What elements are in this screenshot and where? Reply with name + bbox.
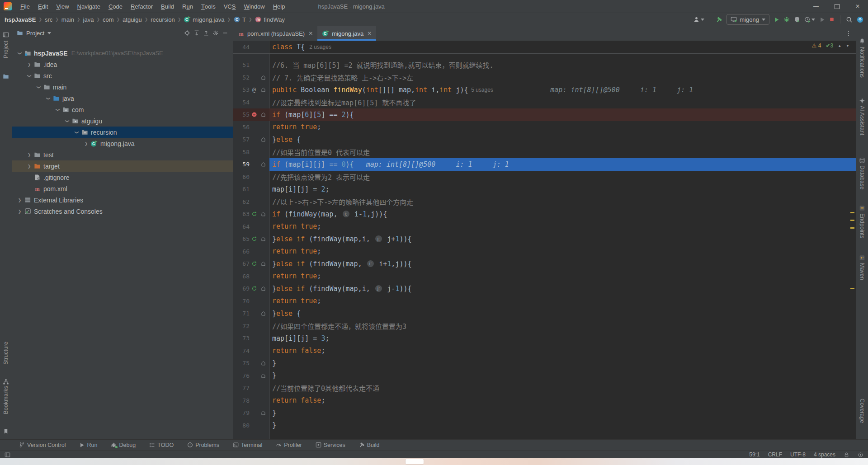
stripe-maven-button[interactable]: Maven (859, 263, 865, 280)
menu-help[interactable]: Help (269, 0, 289, 13)
code-line-75[interactable]: 75 } (233, 357, 856, 370)
tab-migongjava[interactable]: Cmigong.java✕ (317, 26, 376, 41)
notifications-bell-icon[interactable] (859, 38, 865, 44)
ai-assistant-icon[interactable] (859, 98, 865, 104)
stripe-bookmarks-button[interactable]: Bookmarks (3, 386, 9, 414)
fold-marker-icon[interactable] (261, 211, 266, 216)
status-indicator-icon[interactable] (858, 452, 863, 458)
code-text[interactable]: //以上->右->下->左的策略往其他四个方向走 (269, 196, 856, 208)
taskbar-app-button[interactable] (406, 459, 424, 464)
chevron-icon[interactable]: ❯ (75, 128, 79, 136)
expand-all-icon[interactable] (193, 30, 200, 36)
code-text[interactable]: return true; (269, 270, 856, 283)
fold-marker-icon[interactable] (261, 311, 266, 316)
sticky-line[interactable]: 44 class T{ 2 usages (233, 41, 856, 54)
line-number[interactable]: 72 (233, 323, 250, 329)
code-text[interactable]: return true; (269, 221, 856, 233)
menu-navigate[interactable]: Navigate (73, 0, 104, 13)
parameter-hint[interactable]: j: (375, 235, 382, 242)
recursive-call-icon[interactable] (251, 261, 257, 267)
tree-row-com[interactable]: ❯com (12, 104, 233, 115)
code-line-70[interactable]: 70 return true; (233, 295, 856, 308)
code-text[interactable]: }else if (findWay(map,i, j: j+1)){ (269, 233, 856, 245)
breadcrumb-item-hspJavaSE[interactable]: hspJavaSE (5, 16, 36, 23)
menu-window[interactable]: Window (240, 0, 269, 13)
warning-stripe-mark[interactable] (850, 227, 854, 229)
tab-close-icon[interactable]: ✕ (367, 30, 372, 37)
code-line-77[interactable]: 77 //当前位置除了0其他都代表走不通 (233, 382, 856, 395)
layout-icon[interactable] (5, 452, 10, 458)
structure-icon[interactable] (3, 379, 9, 385)
menu-run[interactable]: Run (178, 0, 197, 13)
menu-tools[interactable]: Tools (197, 0, 220, 13)
fold-marker-icon[interactable] (261, 112, 266, 117)
line-number[interactable]: 71 (233, 310, 250, 317)
code-line-74[interactable]: 74 return false; (233, 345, 856, 357)
line-number[interactable]: 80 (233, 422, 250, 429)
code-line-80[interactable]: 80 } (233, 419, 856, 432)
code-line-73[interactable]: 73 map[i][j] = 3; (233, 332, 856, 345)
code-text[interactable]: if (map[6][5] == 2){ (269, 108, 856, 121)
code-text[interactable]: //6. 当 map[6][5] =2 就说明找到通路,就可以结束，否则就继续找… (269, 59, 856, 71)
line-number[interactable]: 53 (233, 86, 250, 93)
toolwindow-build[interactable]: Build (359, 442, 380, 448)
breadcrumb-item-java[interactable]: java (83, 16, 94, 23)
run-configuration-select[interactable]: migong (726, 14, 769, 25)
chevron-icon[interactable]: ❯ (37, 83, 41, 91)
code-line-54[interactable]: 54 //设定最终找到坐标是map[6][5] 就不再找了 (233, 96, 856, 109)
toolwindow-version-control[interactable]: Version Control (19, 442, 66, 448)
recursive-call-icon[interactable] (251, 211, 257, 217)
fold-marker-icon[interactable] (261, 286, 266, 291)
toolwindow-terminal[interactable]: Terminal (233, 442, 262, 448)
code-text[interactable]: } (269, 370, 856, 382)
chevron-icon[interactable]: ❯ (82, 141, 90, 146)
code-text[interactable]: }else if (findWay(map, i: i+1,j)){ (269, 258, 856, 270)
toolwindow-problems[interactable]: Problems (187, 442, 219, 448)
code-line-56[interactable]: 56 return true; (233, 121, 856, 134)
line-number[interactable]: 52 (233, 74, 250, 81)
chevron-icon[interactable]: ❯ (27, 72, 32, 80)
settings-gear-icon[interactable] (212, 30, 219, 36)
stripe-endpoints-button[interactable]: Endpoints (859, 213, 865, 239)
code-line-69[interactable]: 69 }else if (findWay(map,i, j: j-1)){ (233, 282, 856, 295)
update-available-icon[interactable] (857, 16, 863, 23)
maximize-button[interactable] (826, 0, 847, 13)
code-text[interactable]: if (findWay(map, i: i-1,j)){ (269, 208, 856, 221)
menu-code[interactable]: Code (104, 0, 127, 13)
code-line-59[interactable]: 59 if (map[i][j] == 0){ map: int[8][]@50… (233, 158, 856, 171)
stripe-coverage-button[interactable]: Coverage (859, 399, 865, 423)
code-line-53[interactable]: 53@ public Boolean findWay(int[][] map,i… (233, 84, 856, 96)
code-line-67[interactable]: 67 }else if (findWay(map, i: i+1,j)){ (233, 258, 856, 270)
search-everywhere-icon[interactable] (846, 16, 853, 23)
profiler-button[interactable] (804, 16, 815, 23)
line-number[interactable]: 54 (233, 99, 250, 106)
fold-marker-icon[interactable] (261, 162, 266, 167)
code-text[interactable]: } (269, 357, 856, 370)
stripe-database-button[interactable]: Database (859, 165, 865, 190)
menu-view[interactable]: View (52, 0, 73, 13)
locate-file-icon[interactable] (184, 30, 190, 36)
code-line-66[interactable]: 66 return true; (233, 245, 856, 258)
fold-marker-icon[interactable] (261, 236, 266, 241)
chevron-icon[interactable]: ❯ (46, 94, 51, 102)
chevron-icon[interactable]: ❯ (56, 106, 60, 113)
code-line-72[interactable]: 72 //如果四个位置都走不通，就将该位置置为3 (233, 320, 856, 333)
code-line-79[interactable]: 79 } (233, 407, 856, 419)
code-text[interactable]: //当前位置除了0其他都代表走不通 (269, 382, 856, 395)
close-button[interactable]: ✕ (847, 0, 868, 13)
code-text[interactable]: //先把该点设置为2 表示可以走 (269, 171, 856, 183)
line-number[interactable]: 77 (233, 385, 250, 391)
stripe-structure-button[interactable]: Structure (3, 342, 9, 365)
code-text[interactable]: map[i][j] = 2; (269, 183, 856, 196)
indent-setting[interactable]: 4 spaces (814, 451, 835, 458)
line-number[interactable]: 60 (233, 174, 250, 180)
chevron-icon[interactable]: ❯ (18, 49, 22, 57)
fold-marker-icon[interactable] (261, 75, 266, 80)
endpoint-marker-icon[interactable] (859, 205, 865, 211)
line-number[interactable]: 63 (233, 211, 250, 217)
parameter-hint[interactable]: j: (375, 285, 382, 292)
line-number[interactable]: 74 (233, 348, 250, 354)
code-line-52[interactable]: 52 // 7. 先确定老鼠找路策略 上->右->下->左 (233, 71, 856, 84)
minimize-button[interactable]: — (806, 0, 826, 13)
fold-marker-icon[interactable] (261, 87, 266, 92)
